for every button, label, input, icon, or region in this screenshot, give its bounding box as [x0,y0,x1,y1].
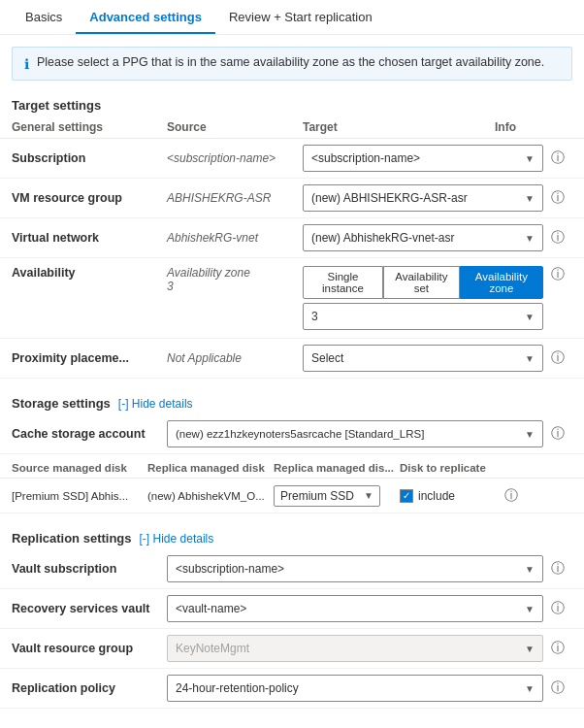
disk-col-source: Source managed disk [12,462,147,474]
include-checkbox-container: ✓ include [400,489,497,503]
vault-subscription-dropdown[interactable]: <subscription-name> ▼ [167,555,543,582]
include-label: include [418,489,455,503]
info-banner-text: Please select a PPG that is in the same … [37,55,544,69]
recovery-vault-value: <vault-name> [176,602,246,615]
availability-label: Availability [12,266,167,280]
vault-resource-group-info-icon[interactable]: ⓘ [543,640,572,657]
availability-zone-dropdown[interactable]: 3 ▼ [303,303,543,330]
replication-policy-value: 24-hour-retention-policy [176,681,299,695]
target-settings-label: Target settings [12,98,101,113]
vm-resource-group-source: ABHISHEKRG-ASR [167,191,303,205]
cache-storage-row: Cache storage account (new) ezz1hzkeynot… [0,414,584,454]
disk-type-dropdown[interactable]: Premium SSD ▼ [274,485,380,507]
info-banner: ℹ Please select a PPG that is in the sam… [12,47,572,81]
recovery-vault-chevron: ▼ [525,604,535,614]
proximity-source: Not Applicable [167,351,303,365]
vm-resource-group-info-icon[interactable]: ⓘ [543,189,572,207]
vault-subscription-value: <subscription-name> [176,562,284,576]
cache-storage-chevron: ▼ [525,429,535,440]
avail-btn-single[interactable]: Single instance [303,266,383,299]
col-general: General settings [12,120,167,134]
subscription-target-container: <subscription-name> ▼ [303,145,543,172]
col-info: Info [495,120,572,134]
disk-col-replica-dis: Replica managed dis... [274,462,400,474]
recovery-vault-row: Recovery services vault <vault-name> ▼ ⓘ [0,589,584,629]
virtual-network-source: AbhishekRG-vnet [167,231,303,245]
replication-policy-chevron: ▼ [525,683,535,694]
info-icon: ℹ [24,56,29,72]
disk-source-value: [Premium SSD] Abhis... [12,490,147,502]
vm-resource-group-dropdown[interactable]: (new) ABHISHEKRG-ASR-asr ▼ [303,184,543,212]
proximity-value: Select [311,351,343,365]
vault-resource-group-value: KeyNoteMgmt [176,642,249,655]
subscription-dropdown-value: <subscription-name> [311,151,420,165]
virtual-network-row: Virtual network AbhishekRG-vnet (new) Ab… [0,218,584,258]
col-source: Source [167,120,303,134]
replication-policy-row: Replication policy 24-hour-retention-pol… [0,669,584,709]
tab-bar: Basics Advanced settings Review + Start … [0,0,584,35]
extension-settings-header: Extension settings [-] Hide details [0,716,584,728]
vm-resource-group-chevron: ▼ [525,193,535,204]
avail-btn-zone[interactable]: Availability zone [460,266,543,299]
availability-row: Availability Availability zone 3 Single … [0,258,584,339]
cache-storage-info-icon[interactable]: ⓘ [543,425,572,443]
virtual-network-target-container: (new) AbhishekRG-vnet-asr ▼ [303,224,543,251]
availability-source-line2: 3 [167,280,303,293]
cache-storage-label: Cache storage account [12,427,167,441]
vm-resource-group-label: VM resource group [12,191,167,205]
subscription-source: <subscription-name> [167,151,303,165]
proximity-chevron: ▼ [525,353,535,364]
replication-policy-info-icon[interactable]: ⓘ [543,679,572,697]
include-checkbox[interactable]: ✓ [400,489,413,503]
disk-replica-value: (new) AbhishekVM_O... [147,490,274,502]
disk-info-icon[interactable]: ⓘ [497,487,526,505]
availability-target-container: Single instance Availability set Availab… [303,266,543,330]
virtual-network-label: Virtual network [12,231,167,245]
tab-basics[interactable]: Basics [12,0,76,34]
storage-settings-header: Storage settings [-] Hide details [0,386,584,414]
storage-settings-label: Storage settings [12,396,111,411]
proximity-label: Proximity placeme... [12,351,167,365]
proximity-target-container: Select ▼ [303,345,543,372]
vault-resource-group-label: Vault resource group [12,642,167,655]
vm-resource-group-value: (new) ABHISHEKRG-ASR-asr [311,191,468,205]
replication-policy-dropdown[interactable]: 24-hour-retention-policy ▼ [167,675,543,702]
vm-resource-group-row: VM resource group ABHISHEKRG-ASR (new) A… [0,179,584,218]
proximity-info-icon[interactable]: ⓘ [543,349,572,367]
vault-subscription-row: Vault subscription <subscription-name> ▼… [0,549,584,589]
replication-policy-label: Replication policy [12,681,167,695]
vm-resource-group-target-container: (new) ABHISHEKRG-ASR-asr ▼ [303,184,543,212]
subscription-row: Subscription <subscription-name> <subscr… [0,139,584,179]
disk-col-headers: Source managed disk Replica managed disk… [0,458,584,479]
recovery-vault-info-icon[interactable]: ⓘ [543,600,572,617]
recovery-vault-label: Recovery services vault [12,602,167,615]
subscription-chevron: ▼ [525,153,535,164]
availability-zone-chevron: ▼ [525,312,535,322]
disk-type-value: Premium SSD [280,489,354,503]
vault-resource-group-dropdown: KeyNoteMgmt ▼ [167,635,543,662]
availability-info-icon[interactable]: ⓘ [543,266,572,283]
col-target: Target [303,120,495,134]
disk-row: [Premium SSD] Abhis... (new) AbhishekVM_… [0,479,584,513]
tab-review-start[interactable]: Review + Start replication [215,0,386,34]
cache-storage-dropdown[interactable]: (new) ezz1hzkeynoters5asrcache [Standard… [167,420,543,447]
disk-col-replicate: Disk to replicate [400,462,497,474]
subscription-info-icon[interactable]: ⓘ [543,149,572,167]
cache-storage-value: (new) ezz1hzkeynoters5asrcache [Standard… [176,428,424,440]
tab-advanced-settings[interactable]: Advanced settings [76,0,215,34]
vault-subscription-chevron: ▼ [525,564,535,575]
vault-subscription-info-icon[interactable]: ⓘ [543,560,572,578]
replication-settings-header: Replication settings [-] Hide details [0,521,584,549]
replication-hide-link[interactable]: [-] Hide details [140,532,214,546]
subscription-dropdown[interactable]: <subscription-name> ▼ [303,145,543,172]
storage-hide-link[interactable]: [-] Hide details [118,397,193,411]
disk-col-info [497,462,526,474]
proximity-dropdown[interactable]: Select ▼ [303,345,543,372]
vault-resource-group-chevron: ▼ [525,644,535,654]
recovery-vault-dropdown[interactable]: <vault-name> ▼ [167,595,543,622]
disk-col-replica: Replica managed disk [147,462,274,474]
avail-btn-set[interactable]: Availability set [383,266,460,299]
virtual-network-dropdown[interactable]: (new) AbhishekRG-vnet-asr ▼ [303,224,543,251]
availability-source-line1: Availability zone [167,266,303,280]
virtual-network-info-icon[interactable]: ⓘ [543,229,572,247]
